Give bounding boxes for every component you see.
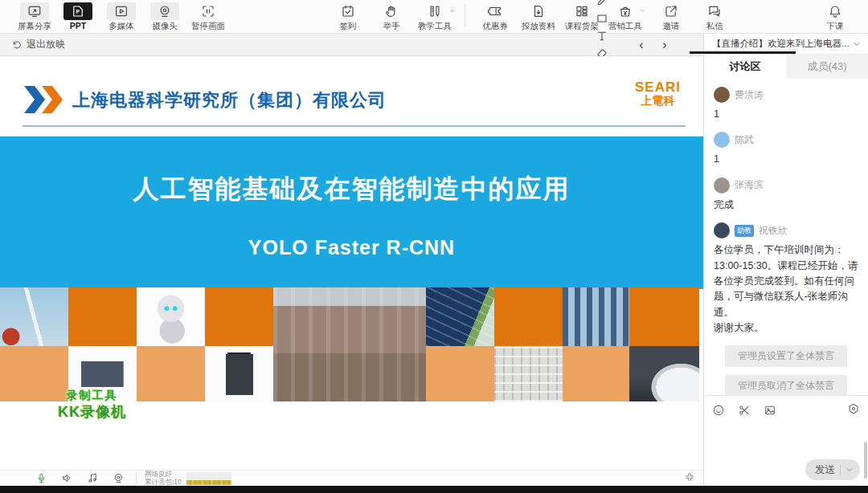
toolbar-label-camera: 摄像头	[152, 21, 178, 32]
next-page-button[interactable]: ›	[657, 38, 673, 52]
toolbar-button-pause-screen[interactable]: 暂停画面	[186, 2, 230, 32]
scissors-icon[interactable]	[738, 404, 751, 417]
tool-pencil[interactable]	[592, 0, 612, 10]
orange-tile-dark	[629, 287, 699, 346]
status-divider	[136, 473, 137, 484]
orange-tile-light	[426, 346, 494, 401]
network-status: 网络良好 累计丢包:10	[145, 471, 182, 487]
svg-text:P: P	[76, 9, 80, 14]
message-text: 1	[714, 107, 858, 122]
toolbar-button-camera[interactable]: 摄像头	[143, 2, 186, 32]
message-text: 完成	[714, 198, 858, 213]
toolbar-label-multimedia: 多媒体	[108, 21, 134, 32]
orange-tile-light	[137, 346, 205, 401]
exit-presentation-button[interactable]: 退出放映	[0, 38, 65, 51]
sidebar-tabs: 讨论区 成员(43)	[704, 55, 868, 79]
avatar	[714, 177, 730, 194]
music-icon[interactable]	[87, 472, 99, 484]
toolbar-label-raise-hand: 举手	[383, 21, 400, 32]
ppt-slide: 上海电器科学研究所（集团）有限公司 SEARI 上電科 人工智能基础及在智能制造…	[0, 56, 703, 470]
tool-rectangle[interactable]	[592, 10, 612, 27]
speaker-icon[interactable]	[61, 472, 73, 484]
username: 祝铁欣	[759, 224, 788, 238]
chevron-down-icon[interactable]	[852, 39, 862, 49]
tab-discussion[interactable]: 讨论区	[704, 55, 786, 79]
orange-tile-dark	[494, 287, 563, 346]
avatar	[714, 132, 730, 148]
toolbar-group-modes: 屏幕分享PPPT多媒体摄像头暂停画面	[0, 0, 230, 34]
seari-logo: SEARI 上電科	[635, 80, 681, 107]
toolbar-label-sign-in: 签到	[340, 21, 357, 32]
exit-presentation-label: 退出放映	[27, 38, 65, 51]
toolbar-button-coupon[interactable]: 优惠券	[473, 2, 517, 32]
anechoic-chamber-photo	[494, 346, 563, 401]
tab-members[interactable]: 成员(43)	[786, 55, 868, 79]
sign-in-icon	[341, 4, 355, 18]
toolbar-label-private-message: 私信	[706, 21, 723, 32]
send-mode-button[interactable]	[845, 462, 854, 477]
toolbar-button-ppt[interactable]: PPPT	[56, 2, 100, 31]
send-button[interactable]: 发送	[805, 459, 860, 480]
message-input[interactable]	[712, 422, 857, 462]
bottom-black-strip	[0, 486, 868, 493]
gear-icon[interactable]	[847, 402, 860, 415]
toolbar-button-screen-share[interactable]: 屏幕分享	[13, 2, 56, 32]
top-toolbar: 屏幕分享PPPT多媒体摄像头暂停画面 签到举手教学工具优惠券投放资料课程货架营销…	[0, 0, 868, 34]
exit-presentation-icon	[11, 39, 23, 51]
orange-tile-dark	[68, 287, 137, 346]
toolbar-button-materials[interactable]: 投放资料	[517, 2, 560, 32]
materials-icon	[531, 4, 546, 18]
toolbar-button-sign-in[interactable]: 签到	[326, 2, 370, 32]
message-text: 1	[714, 152, 858, 167]
message-text: 各位学员，下午培训时间为：13:00-15:30。课程已经开始，请各位学员完成签…	[714, 242, 858, 336]
switchgear-photo	[563, 287, 629, 346]
screen-share-icon	[27, 4, 42, 18]
text-icon	[596, 30, 608, 43]
status-bar: 网络良好 累计丢包:10	[0, 470, 703, 486]
pencil-icon	[596, 0, 608, 7]
toolbar-label-pause-screen: 暂停画面	[191, 21, 225, 32]
chat-input-area: 发送	[704, 395, 868, 493]
tool-text[interactable]	[592, 27, 612, 45]
slide-subtitle: YOLO Faster R-CNN	[0, 236, 703, 259]
title-banner: 人工智能基础及在智能制造中的应用 YOLO Faster R-CNN	[0, 136, 703, 289]
image-icon[interactable]	[764, 404, 776, 417]
emoji-icon[interactable]	[712, 404, 725, 417]
toolbar-button-teaching-tools[interactable]: 教学工具	[413, 2, 457, 32]
canvas-toolbar: 退出放映 ‹ ›	[0, 34, 703, 56]
assistant-badge: 助教	[735, 225, 754, 237]
toolbar-button-raise-hand[interactable]: 举手	[370, 2, 413, 32]
username: 费洪涛	[735, 88, 764, 102]
course-shelf-icon	[575, 4, 589, 18]
camera-icon	[158, 4, 172, 18]
avatar	[714, 87, 730, 103]
toolbar-label-screen-share: 屏幕分享	[18, 21, 51, 32]
toolbar-button-multimedia[interactable]: 多媒体	[100, 2, 143, 32]
username: 陈武	[735, 133, 754, 147]
send-divider	[840, 465, 841, 475]
avatar	[714, 222, 730, 238]
ppt-icon: P	[71, 4, 85, 18]
toolbar-label-teaching-tools: 教学工具	[418, 21, 452, 32]
rectangle-icon	[596, 12, 608, 25]
prev-page-button[interactable]: ‹	[633, 38, 649, 52]
watermark-line2: KK录像机	[58, 403, 126, 422]
collapse-panel-button[interactable]	[684, 471, 695, 486]
scrollbar-thumb[interactable]	[864, 442, 867, 479]
seari-logo-en: SEARI	[635, 80, 681, 95]
orange-tile-light	[563, 346, 629, 401]
chat-input-toolbar	[712, 402, 860, 418]
wind-turbine-photo	[0, 287, 68, 346]
toolbar-label-end-class: 下课	[827, 21, 844, 32]
webcam-icon[interactable]	[113, 472, 125, 484]
system-notice: 管理员取消了全体禁言	[725, 375, 847, 395]
network-status-line2: 累计丢包:10	[145, 479, 182, 487]
chat-message: 陈武1	[714, 132, 858, 167]
mic-icon[interactable]	[35, 472, 47, 484]
network-histogram	[186, 472, 231, 485]
company-name: 上海电器科学研究所（集团）有限公司	[72, 88, 387, 112]
panel-divider-line	[690, 51, 796, 54]
orange-tile-dark	[205, 287, 273, 346]
toolbar-button-end-class[interactable]: 下课	[813, 2, 857, 32]
live-class-window: 屏幕分享PPPT多媒体摄像头暂停画面 签到举手教学工具优惠券投放资料课程货架营销…	[0, 0, 868, 493]
